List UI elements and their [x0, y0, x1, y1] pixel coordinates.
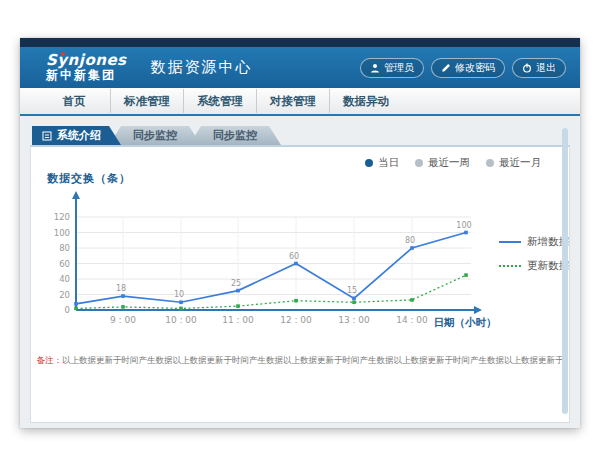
y-tick-label: 20 — [59, 290, 70, 300]
time-range-filters: 当日 最近一周 最近一月 — [365, 156, 541, 170]
x-tick-label: 13 : 00 — [338, 315, 370, 325]
point-value-label: 25 — [231, 279, 241, 288]
brand-logo: Synjones 新中新集团 — [46, 53, 127, 81]
content-area: 系统介绍 同步监控 同步监控 当日 最近一周 — [20, 116, 580, 428]
data-point — [410, 298, 414, 302]
x-axis-title: 日期（小时） — [434, 316, 497, 329]
nav-item-interface-mgmt[interactable]: 对接管理 — [256, 89, 329, 113]
x-tick-label: 11 : 00 — [222, 315, 254, 325]
admin-user-label: 管理员 — [384, 61, 414, 75]
power-icon — [522, 63, 532, 73]
edit-icon — [441, 63, 451, 73]
data-point — [121, 305, 125, 309]
nav-item-data-change[interactable]: 数据异动 — [329, 89, 402, 113]
y-tick-label: 100 — [54, 228, 70, 238]
admin-user-button[interactable]: 管理员 — [360, 58, 424, 78]
point-value-label: 80 — [405, 236, 415, 245]
page-title: 数据资源中心 — [151, 58, 253, 77]
app-window: Synjones 新中新集团 数据资源中心 管理员 修改密码 — [20, 38, 580, 428]
change-password-button[interactable]: 修改密码 — [431, 58, 505, 78]
data-point — [236, 289, 240, 293]
radio-dot — [365, 159, 373, 167]
y-tick-label: 60 — [59, 259, 70, 269]
y-tick-label: 0 — [65, 305, 70, 315]
data-point — [464, 273, 468, 277]
data-point — [121, 294, 125, 298]
x-tick-label: 9 : 00 — [110, 315, 136, 325]
logo-subtext: 新中新集团 — [46, 69, 127, 82]
data-point — [294, 299, 298, 303]
x-tick-label: 10 : 00 — [165, 315, 197, 325]
chart-legend: 新增数据更新数据 — [499, 235, 569, 283]
legend-item[interactable]: 新增数据 — [499, 235, 569, 249]
line-chart: 0204060801001209 : 0010 : 0011 : 0012 : … — [31, 187, 571, 347]
x-axis-arrow-icon — [474, 306, 482, 314]
y-axis-title: 数据交换（条） — [47, 171, 131, 186]
filter-today[interactable]: 当日 — [365, 156, 399, 170]
point-value-label: 10 — [174, 290, 184, 299]
footnote-text: 以上数据更新于时间产生数据以上数据更新于时间产生数据以上数据更新于时间产生数据以… — [62, 355, 564, 365]
footnote-label: 备注： — [37, 355, 63, 365]
filter-label: 当日 — [378, 156, 399, 170]
data-point — [464, 231, 468, 235]
tab-sync-monitor-2[interactable]: 同步监控 — [189, 126, 281, 145]
document-icon — [42, 131, 52, 141]
data-point — [74, 302, 78, 306]
data-point — [410, 246, 414, 250]
tab-label: 同步监控 — [213, 129, 257, 142]
data-point — [179, 300, 183, 304]
data-point — [294, 262, 298, 266]
user-icon — [370, 63, 380, 73]
y-tick-label: 120 — [54, 212, 70, 222]
x-tick-label: 14 : 00 — [396, 315, 428, 325]
logout-button[interactable]: 退出 — [512, 58, 566, 78]
series-line-1 — [76, 275, 466, 308]
filter-label: 最近一月 — [499, 156, 541, 170]
point-value-label: 60 — [289, 252, 299, 261]
y-tick-label: 40 — [59, 274, 70, 284]
main-nav: 首页 标准管理 系统管理 对接管理 数据异动 — [20, 88, 580, 116]
tab-label: 系统介绍 — [57, 126, 101, 145]
data-point — [352, 300, 356, 304]
legend-line-sample — [499, 265, 521, 267]
point-value-label: 100 — [456, 221, 471, 230]
vertical-scrollbar[interactable] — [562, 128, 568, 414]
x-tick-label: 12 : 00 — [280, 315, 312, 325]
logo-text: Synjones — [46, 53, 127, 69]
app-header: Synjones 新中新集团 数据资源中心 管理员 修改密码 — [20, 47, 580, 88]
data-point — [179, 307, 183, 311]
filter-last-month[interactable]: 最近一月 — [486, 156, 541, 170]
logout-label: 退出 — [536, 61, 556, 75]
point-value-label: 15 — [347, 286, 357, 295]
user-area: 管理员 修改密码 退出 — [360, 58, 566, 78]
tab-label: 同步监控 — [133, 129, 177, 142]
filter-last-week[interactable]: 最近一周 — [415, 156, 470, 170]
point-value-label: 18 — [116, 284, 126, 293]
footnote: 备注：以上数据更新于时间产生数据以上数据更新于时间产生数据以上数据更新于时间产生… — [31, 355, 569, 367]
data-point — [352, 297, 356, 301]
data-point — [74, 307, 78, 311]
radio-dot — [415, 159, 423, 167]
data-point — [236, 304, 240, 308]
change-password-label: 修改密码 — [455, 61, 495, 75]
nav-item-home[interactable]: 首页 — [38, 89, 110, 113]
y-axis-arrow-icon — [72, 191, 80, 199]
nav-item-system-mgmt[interactable]: 系统管理 — [183, 89, 256, 113]
legend-line-sample — [499, 241, 521, 243]
tab-bar: 系统介绍 同步监控 同步监控 — [32, 126, 281, 145]
nav-item-standard-mgmt[interactable]: 标准管理 — [110, 89, 183, 113]
filter-label: 最近一周 — [428, 156, 470, 170]
radio-dot — [486, 159, 494, 167]
window-top-strip — [20, 38, 580, 47]
y-tick-label: 80 — [59, 243, 70, 253]
legend-item[interactable]: 更新数据 — [499, 259, 569, 273]
chart-panel: 当日 最近一周 最近一月 数据交换（条） 0204060801001209 : … — [30, 145, 570, 423]
tab-system-intro[interactable]: 系统介绍 — [32, 126, 121, 145]
tab-sync-monitor-1[interactable]: 同步监控 — [109, 126, 201, 145]
